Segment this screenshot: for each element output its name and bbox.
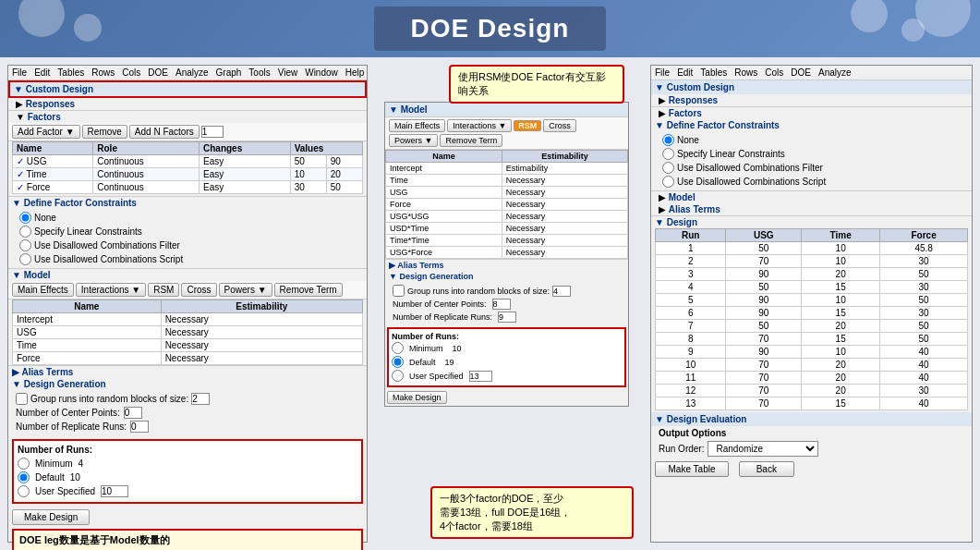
- menu-tools[interactable]: Tools: [248, 67, 270, 78]
- interactions-btn[interactable]: Interactions ▼: [76, 283, 146, 297]
- output-options-label: Output Options: [659, 428, 964, 438]
- r-menu-edit[interactable]: Edit: [677, 67, 693, 78]
- cross-btn[interactable]: Cross: [181, 283, 216, 297]
- r-menu-rows[interactable]: Rows: [734, 67, 757, 78]
- page-title: DOE Design: [374, 6, 607, 51]
- mid-powers-btn[interactable]: Powers ▼: [389, 134, 438, 147]
- menu-analyze[interactable]: Analyze: [175, 67, 209, 78]
- custom-design-section[interactable]: ▼ Custom Design: [8, 80, 367, 98]
- menu-tables[interactable]: Tables: [57, 67, 84, 78]
- mid-interactions-btn[interactable]: Interactions ▼: [447, 119, 512, 132]
- make-design-button[interactable]: Make Design: [12, 509, 90, 525]
- r-model[interactable]: ▶ Model: [651, 190, 972, 203]
- menu-window[interactable]: Window: [305, 67, 338, 78]
- r-menu-doe[interactable]: DOE: [791, 67, 811, 78]
- menu-rows[interactable]: Rows: [91, 67, 115, 78]
- mid-remove-btn[interactable]: Remove Term: [440, 134, 502, 147]
- remove-term-btn[interactable]: Remove Term: [274, 283, 343, 297]
- alias-terms-header[interactable]: ▶ Alias Terms: [8, 365, 367, 378]
- mid-make-design-btn[interactable]: Make Design: [387, 391, 447, 404]
- design-generation-header[interactable]: ▼ Design Generation: [8, 378, 367, 390]
- group-runs-input[interactable]: [191, 393, 210, 405]
- menu-graph[interactable]: Graph: [216, 67, 242, 78]
- mid-cross-btn[interactable]: Cross: [543, 119, 576, 132]
- mid-min-radio[interactable]: [392, 342, 404, 354]
- back-button[interactable]: Back: [739, 461, 794, 477]
- col-role: Role: [93, 142, 200, 155]
- constraint-linear-radio[interactable]: [19, 226, 31, 238]
- r-alias[interactable]: ▶ Alias Terms: [651, 203, 972, 215]
- run-order-label: Run Order:: [659, 444, 704, 454]
- mid-main-effects-btn[interactable]: Main Effects: [389, 119, 445, 132]
- powers-btn[interactable]: Powers ▼: [219, 283, 272, 297]
- mid-def-radio[interactable]: [392, 356, 404, 368]
- design-row: 11702040: [656, 372, 968, 385]
- mid-alias-header[interactable]: ▶ Alias Terms: [385, 259, 628, 271]
- mid-group-check[interactable]: [393, 285, 405, 297]
- menu-view[interactable]: View: [278, 67, 298, 78]
- r-c-linear[interactable]: [662, 148, 674, 160]
- constraint-filter-radio[interactable]: [19, 239, 31, 251]
- design-row: 8701550: [656, 333, 968, 346]
- mid-user-radio[interactable]: [392, 370, 404, 382]
- middle-area: 使用RSM使DOE Factor有交互影响关系 ▼ Model Main Eff…: [375, 65, 643, 543]
- constraint-none-radio[interactable]: [19, 212, 31, 224]
- design-row: 1501045.8: [656, 242, 968, 255]
- r-c-none[interactable]: [662, 134, 674, 146]
- add-factor-button[interactable]: Add Factor ▼: [12, 125, 80, 139]
- n-factors-input[interactable]: [201, 126, 224, 138]
- r-design-header[interactable]: ▼ Design: [651, 215, 972, 228]
- mid-model-row: USG*ForceNecessary: [386, 247, 628, 259]
- design-row: 5901050: [656, 294, 968, 307]
- mid-rsm-btn[interactable]: RSM: [514, 120, 541, 131]
- r-define-factor[interactable]: ▼ Define Factor Constraints: [651, 119, 972, 131]
- mid-us-input[interactable]: [469, 371, 492, 382]
- r-menu-analyze[interactable]: Analyze: [818, 67, 852, 78]
- mid-make-design-container: Make Design: [385, 389, 628, 406]
- r-factors[interactable]: ▶ Factors: [651, 107, 972, 119]
- runs-minimum-radio[interactable]: [18, 458, 30, 470]
- menu-doe[interactable]: DOE: [148, 67, 168, 78]
- r-responses[interactable]: ▶ Responses: [651, 94, 972, 107]
- mid-group-input[interactable]: [552, 286, 571, 297]
- model-table: Name Estimability InterceptNecessaryUSGN…: [12, 299, 363, 365]
- runs-default-radio[interactable]: [18, 471, 30, 483]
- design-evaluation-header[interactable]: ▼ Design Evaluation: [651, 412, 972, 426]
- r-menu-tables[interactable]: Tables: [700, 67, 727, 78]
- constraint-script-radio[interactable]: [19, 253, 31, 265]
- mid-rr-input[interactable]: [498, 312, 516, 323]
- model-section-header[interactable]: ▼ Model: [8, 268, 367, 281]
- add-n-factors-button[interactable]: Add N Factors: [129, 125, 200, 139]
- design-row: 2701030: [656, 255, 968, 268]
- define-factor-constraints[interactable]: ▼ Define Factor Constraints: [8, 196, 367, 209]
- factors-section-header[interactable]: ▼ Factors: [8, 111, 367, 123]
- menu-file[interactable]: File: [12, 67, 27, 78]
- design-row: 7502050: [656, 320, 968, 333]
- group-runs-check[interactable]: [16, 393, 28, 405]
- remove-button[interactable]: Remove: [82, 125, 127, 139]
- r-constraints: None Specify Linear Constraints Use Disa…: [651, 131, 972, 190]
- run-order-select[interactable]: RandomizeSequentialSort by Run: [708, 441, 818, 457]
- r-custom-design[interactable]: ▼ Custom Design: [651, 80, 972, 94]
- runs-user-radio[interactable]: [18, 485, 30, 497]
- dt-col-force: Force: [880, 229, 968, 242]
- mid-dg-header[interactable]: ▼ Design Generation: [385, 271, 628, 282]
- user-specified-input[interactable]: [101, 485, 128, 497]
- design-table-container: Run USG Time Force 1501045.8270103039020…: [651, 228, 972, 412]
- center-points-input[interactable]: [124, 407, 142, 419]
- r-c-script[interactable]: [662, 176, 674, 188]
- rsm-btn[interactable]: RSM: [148, 283, 179, 297]
- r-menu-cols[interactable]: Cols: [765, 67, 783, 78]
- replicate-runs-input[interactable]: [130, 421, 149, 433]
- mid-model-row: USG*USGNecessary: [386, 211, 628, 223]
- menu-edit[interactable]: Edit: [34, 67, 50, 78]
- design-row: 12702030: [656, 385, 968, 397]
- mid-cp-input[interactable]: [492, 299, 511, 310]
- r-c-filter[interactable]: [662, 162, 674, 174]
- make-table-button[interactable]: Make Table: [655, 461, 729, 477]
- main-effects-btn[interactable]: Main Effects: [12, 283, 74, 297]
- menu-help[interactable]: Help: [345, 67, 365, 78]
- responses-section[interactable]: ▶ Responses: [8, 98, 367, 111]
- r-menu-file[interactable]: File: [655, 67, 670, 78]
- menu-cols[interactable]: Cols: [122, 67, 140, 78]
